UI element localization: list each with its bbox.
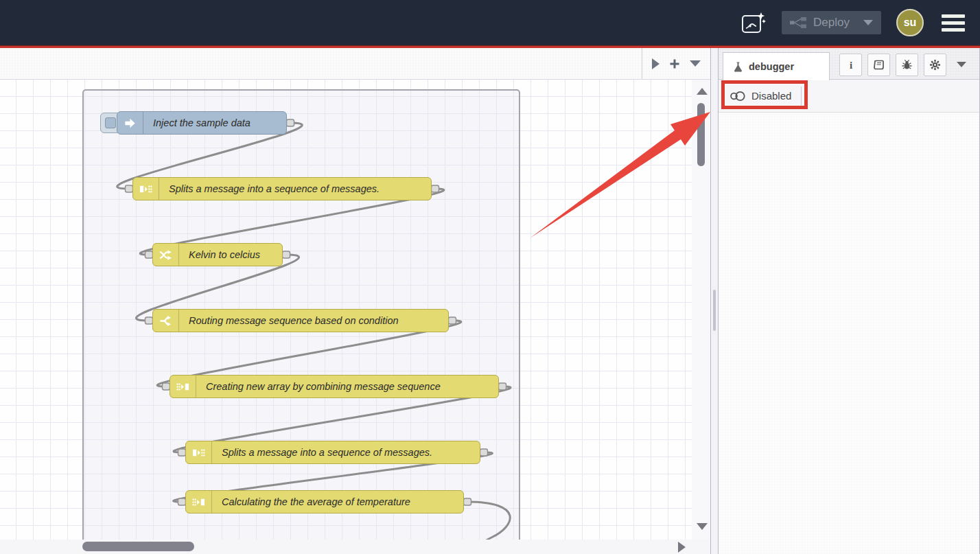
node-label: Splits a message into a sequence of mess… xyxy=(212,441,442,463)
sidebar: debugger i xyxy=(719,48,980,554)
shuffle-icon xyxy=(153,244,179,266)
docs-book-icon[interactable] xyxy=(867,54,890,76)
debug-toolbar: Disabled xyxy=(719,80,979,113)
scroll-tabs-right-icon[interactable] xyxy=(652,58,660,69)
horizontal-scrollbar[interactable] xyxy=(0,540,710,554)
workspace-tab-controls xyxy=(642,48,710,79)
flow-node-switch[interactable]: Routing message sequence based on condit… xyxy=(152,309,449,332)
settings-gear-icon[interactable] xyxy=(924,54,946,76)
canvas-pane: Inject the sample dataSplits a message i… xyxy=(0,48,710,554)
vertical-scroll-thumb[interactable] xyxy=(697,103,705,166)
tab-debugger-label: debugger xyxy=(749,61,794,72)
flow-node-inject[interactable]: Inject the sample data xyxy=(117,111,287,135)
flow-node-join[interactable]: Creating new array by combining message … xyxy=(170,375,499,398)
main-area: Inject the sample dataSplits a message i… xyxy=(0,48,980,554)
flow-node-join[interactable]: Calculating the the average of temperatu… xyxy=(185,490,464,513)
debug-disabled-toggle[interactable]: Disabled xyxy=(730,90,791,102)
flow-list-caret-icon[interactable] xyxy=(690,60,701,67)
fork-icon xyxy=(153,310,179,332)
hamburger-menu-icon[interactable] xyxy=(939,12,968,34)
node-red-app: Deploy su xyxy=(0,0,980,554)
deploy-nodes-icon xyxy=(790,17,806,28)
deploy-label: Deploy xyxy=(813,16,850,30)
add-flow-icon[interactable] xyxy=(669,58,680,69)
node-label: Calculating the the average of temperatu… xyxy=(212,491,420,513)
flow-node-split[interactable]: Splits a message into a sequence of mess… xyxy=(132,177,432,200)
node-label: Splits a message into a sequence of mess… xyxy=(159,178,389,200)
separator-drag-handle[interactable] xyxy=(713,290,716,331)
sidebar-caret-icon[interactable] xyxy=(957,62,966,67)
user-avatar[interactable]: su xyxy=(896,9,924,36)
inject-arrow-icon xyxy=(117,112,143,134)
node-label: Creating new array by combining message … xyxy=(196,376,450,397)
flow-node-split[interactable]: Splits a message into a sequence of mess… xyxy=(185,441,480,464)
split-icon xyxy=(186,441,212,463)
join-icon xyxy=(170,376,196,397)
tab-debugger[interactable]: debugger xyxy=(723,52,830,80)
debug-bug-icon[interactable] xyxy=(896,54,918,76)
split-icon xyxy=(133,178,159,200)
node-label: Inject the sample data xyxy=(143,112,260,134)
flow-screenshot-ai-icon[interactable] xyxy=(740,10,767,35)
flask-icon xyxy=(733,61,743,73)
disabled-label: Disabled xyxy=(751,90,791,102)
flow-canvas[interactable]: Inject the sample dataSplits a message i… xyxy=(0,80,710,540)
sidebar-tab-bar: debugger i xyxy=(719,48,979,80)
deploy-button[interactable]: Deploy xyxy=(782,11,881,34)
node-label: Routing message sequence based on condit… xyxy=(179,310,408,332)
node-label: Kelvin to celcius xyxy=(179,244,270,266)
svg-text:i: i xyxy=(849,60,852,71)
horizontal-scroll-thumb[interactable] xyxy=(82,542,194,551)
info-icon[interactable]: i xyxy=(839,54,862,76)
debug-messages-panel[interactable] xyxy=(719,113,979,554)
header: Deploy su xyxy=(0,0,980,45)
sidebar-separator[interactable] xyxy=(710,48,719,554)
avatar-initials: su xyxy=(904,16,917,29)
vertical-scrollbar[interactable] xyxy=(692,80,710,540)
scroll-right-icon[interactable] xyxy=(678,542,686,553)
toggle-off-icon xyxy=(730,91,746,102)
join-icon xyxy=(186,491,212,513)
deploy-caret-icon[interactable] xyxy=(863,20,873,25)
scroll-up-icon[interactable] xyxy=(697,88,708,95)
flow-node-change[interactable]: Kelvin to celcius xyxy=(152,243,283,266)
toolbar-divider xyxy=(801,86,802,106)
scroll-down-icon[interactable] xyxy=(697,523,708,530)
workspace-tab-bar xyxy=(0,48,710,80)
